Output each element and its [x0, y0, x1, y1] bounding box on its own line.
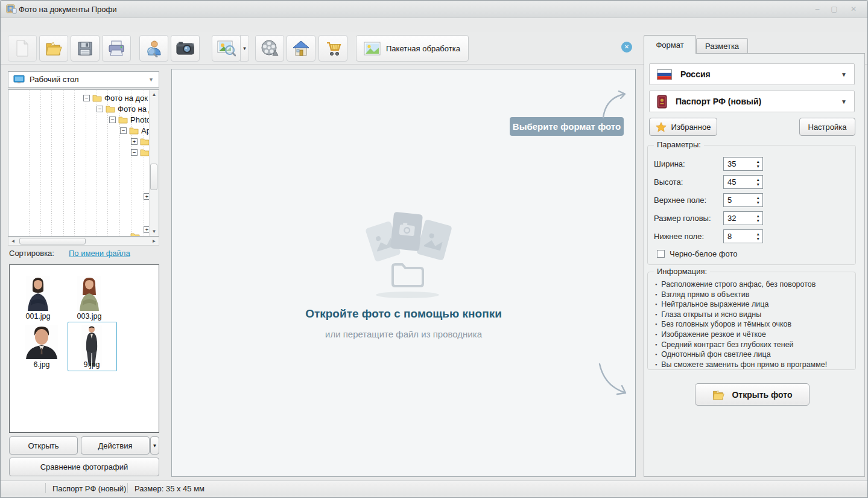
thumbnail-name: 9.jpg — [65, 360, 119, 369]
head-size-stepper[interactable]: ▲▼ — [723, 211, 763, 225]
batch-processing-button[interactable]: Пакетная обработка — [356, 35, 469, 62]
height-label: Высота: — [654, 177, 683, 187]
open-photo-toolbar-button[interactable] — [39, 35, 68, 62]
photo-canvas[interactable]: Выберите формат фото Откройте фото с пом… — [171, 69, 636, 477]
tree-node[interactable]: + — [131, 136, 150, 146]
image-preview-button[interactable] — [212, 35, 241, 62]
hint-arrow-up-icon — [598, 89, 631, 120]
tree-node-label: Фото на д — [118, 104, 153, 113]
format-panel: Россия ▼ Паспорт РФ (новый) ▼ Избранное … — [644, 53, 865, 477]
status-divider — [45, 483, 46, 493]
collapse-icon[interactable]: − — [97, 106, 103, 112]
folder-tree[interactable]: − Фото на док − Фото на д − PhotoD − Ap … — [8, 89, 159, 237]
russia-flag-icon — [657, 69, 672, 80]
spin-down-icon[interactable]: ▼ — [756, 237, 760, 241]
scroll-left-icon[interactable]: ◄ — [8, 237, 17, 246]
bw-photo-checkbox[interactable] — [657, 250, 665, 258]
spin-down-icon[interactable]: ▼ — [756, 182, 760, 187]
scrollbar-thumb[interactable] — [19, 238, 86, 244]
toolbar-close-icon[interactable]: ✕ — [621, 42, 632, 53]
tab-format[interactable]: Формат — [644, 35, 696, 54]
information-group: Информация: ▪ Расположение строго анфас,… — [647, 272, 856, 370]
top-margin-stepper[interactable]: ▲▼ — [723, 193, 763, 207]
bullet-icon: ▪ — [655, 290, 657, 300]
information-item: ▪ Взгляд прямо в объектив — [655, 290, 852, 300]
spin-up-icon[interactable]: ▲ — [756, 159, 760, 164]
collapse-icon[interactable]: − — [120, 127, 127, 134]
camera-button[interactable] — [171, 35, 200, 62]
bullet-icon: ▪ — [655, 350, 657, 360]
scroll-down-icon[interactable]: ▼ — [150, 227, 159, 236]
actions-button[interactable]: Действия — [81, 436, 150, 455]
expand-icon[interactable]: + — [131, 138, 138, 145]
film-button[interactable] — [255, 35, 284, 62]
information-item-text: Изображение резкое и чёткое — [661, 330, 766, 340]
open-button[interactable]: Открыть — [9, 436, 78, 455]
collapse-icon[interactable]: − — [109, 117, 116, 123]
favorites-button-label: Избранное — [671, 123, 711, 132]
open-photo-button[interactable]: Открыть фото — [695, 383, 809, 406]
open-folder-icon — [45, 40, 63, 57]
spin-up-icon[interactable]: ▲ — [756, 177, 760, 182]
folder-icon — [92, 94, 102, 102]
scroll-right-icon[interactable]: ► — [150, 237, 159, 246]
bottom-margin-stepper[interactable]: ▲▼ — [723, 229, 763, 243]
chevron-down-icon: ▼ — [841, 98, 847, 105]
scrollbar-thumb[interactable] — [150, 164, 157, 190]
tree-node[interactable]: − — [131, 147, 150, 157]
thumbnail-image-003[interactable] — [77, 276, 101, 311]
maximize-button[interactable]: ▢ — [828, 5, 841, 14]
thumbnail-image-001[interactable] — [26, 276, 50, 311]
spin-up-icon[interactable]: ▲ — [756, 196, 760, 200]
country-dropdown[interactable]: Россия ▼ — [649, 63, 855, 85]
tree-vertical-scrollbar[interactable]: ▲ ▼ — [149, 90, 159, 236]
information-item: ▪ Расположение строго анфас, без поворот… — [655, 279, 852, 290]
new-document-button[interactable] — [8, 35, 37, 62]
folder-outline-icon — [389, 258, 426, 290]
format-dropdown[interactable]: Паспорт РФ (новый) ▼ — [649, 91, 855, 112]
folder-location-dropdown[interactable]: Рабочий стол ▼ — [8, 71, 159, 88]
print-button[interactable] — [102, 35, 131, 62]
cart-icon — [324, 39, 342, 57]
spin-down-icon[interactable]: ▼ — [756, 219, 760, 223]
find-person-button[interactable] — [139, 35, 168, 62]
cart-button[interactable] — [318, 35, 347, 62]
sorting-link[interactable]: По имени файла — [69, 249, 130, 258]
width-stepper[interactable]: ▲▼ — [723, 157, 763, 171]
information-item: ▪ Глаза открыты и ясно видны — [655, 310, 852, 320]
folder-icon — [140, 148, 150, 156]
information-item: ▪ Средний контраст без глубоких теней — [655, 340, 852, 350]
close-button[interactable]: ✕ — [847, 5, 860, 14]
image-preview-dropdown-arrow[interactable]: ▼ — [240, 35, 249, 62]
spin-up-icon[interactable]: ▲ — [756, 214, 760, 218]
bullet-icon: ▪ — [655, 310, 657, 320]
home-button[interactable] — [287, 35, 315, 62]
spin-up-icon[interactable]: ▲ — [756, 232, 760, 236]
save-button[interactable] — [71, 35, 100, 62]
tree-node[interactable]: − Фото на д — [97, 104, 153, 113]
bullet-icon: ▪ — [655, 360, 657, 370]
height-stepper[interactable]: ▲▼ — [723, 175, 763, 189]
favorites-button[interactable]: Избранное — [649, 118, 717, 136]
actions-dropdown-arrow[interactable]: ▼ — [150, 436, 159, 455]
tree-horizontal-scrollbar[interactable]: ◄ ► — [8, 237, 159, 246]
settings-button-label: Настройка — [808, 123, 847, 132]
tree-node[interactable]: − Фото на док — [83, 93, 148, 103]
compare-photos-button[interactable]: Сравнение фотографий — [9, 458, 159, 476]
spin-down-icon[interactable]: ▼ — [756, 164, 760, 168]
scroll-up-icon[interactable]: ▲ — [150, 90, 159, 99]
open-folder-icon — [712, 389, 725, 401]
tree-node[interactable]: − Ap — [120, 126, 151, 135]
information-item: ▪ Нейтральное выражение лица — [655, 299, 852, 310]
thumbnail-list[interactable]: 001.jpg 003.jpg 6.jpg — [9, 264, 159, 433]
thumbnail-image-6[interactable] — [25, 325, 58, 359]
top-margin-label: Верхнее поле: — [654, 196, 706, 205]
settings-button[interactable]: Настройка — [799, 118, 855, 136]
home-icon — [292, 40, 310, 57]
minimize-button[interactable]: – — [811, 5, 824, 14]
tab-layout[interactable]: Разметка — [696, 38, 748, 54]
collapse-icon[interactable]: − — [83, 95, 90, 101]
collapse-icon[interactable]: − — [131, 149, 138, 156]
spin-down-icon[interactable]: ▼ — [756, 200, 760, 205]
thumbnail-name: 6.jpg — [14, 360, 69, 369]
